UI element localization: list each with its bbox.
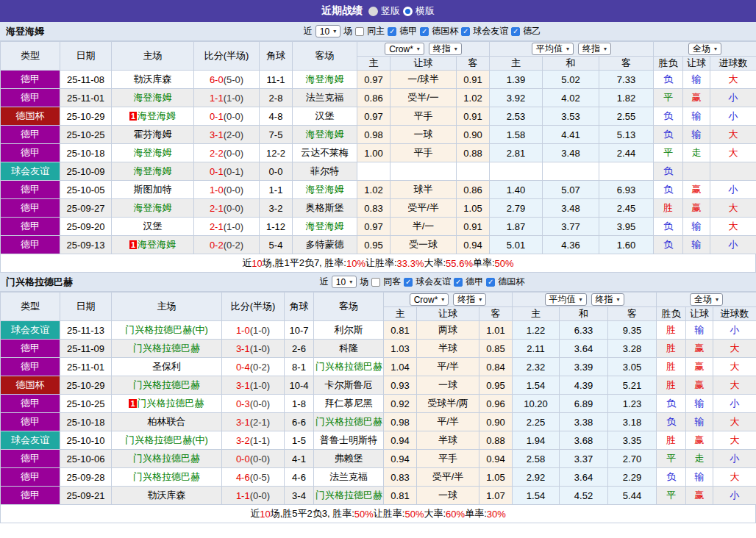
average-select-value: 平均值 xyxy=(536,43,563,55)
halftime-score: (1-0) xyxy=(250,380,270,391)
odds-home-cell: 0.83 xyxy=(357,199,391,218)
away-team-name: 海登海姆 xyxy=(306,129,344,140)
result-text: 胜 xyxy=(666,379,676,390)
home-team-cell: 柏林联合 xyxy=(112,413,222,431)
away-team-cell: 卡尔斯鲁厄 xyxy=(314,376,384,395)
subcolumn-header: 胜负 xyxy=(654,57,683,71)
home-team-cell: 1海登海姆 xyxy=(112,107,194,126)
odds-source-select[interactable]: Crow*▾ xyxy=(385,43,424,55)
score-cell: 0-0(0-0) xyxy=(222,450,285,468)
league-filter-checkbox[interactable]: ✓ xyxy=(454,278,463,287)
same-venue-checkbox[interactable] xyxy=(355,27,364,36)
league-badge: 德甲 xyxy=(1,395,60,413)
home-team-cell: 海登海姆 xyxy=(112,199,194,218)
date-cell: 25-11-01 xyxy=(60,358,112,376)
match-row: 德甲25-11-08勒沃库森6-0(5-0)11-1海登海姆0.97一/球半0.… xyxy=(1,71,756,89)
result-goals-cell: 大 xyxy=(713,431,756,450)
home-team-name: 门兴格拉德巴赫(中) xyxy=(125,434,208,445)
chevron-down-icon: ▾ xyxy=(417,46,420,52)
handicap-cell: 受平/半 xyxy=(417,468,479,487)
average-final-select[interactable]: 终指▾ xyxy=(591,293,624,306)
match-count-select[interactable]: 10▾ xyxy=(332,276,357,288)
away-team-cell: 门兴格拉德巴赫 xyxy=(314,413,384,431)
odds-away-cell: 0.88 xyxy=(457,144,490,162)
result-group-header: 全场▾ xyxy=(654,42,756,57)
result-text: 大 xyxy=(730,471,740,482)
away-team-name: 弗赖堡 xyxy=(335,453,363,464)
games-label: 场 xyxy=(343,25,352,37)
halftime-score: (1-0) xyxy=(250,343,270,354)
league-filter-checkbox[interactable]: ✓ xyxy=(404,278,413,287)
summary-stat-value: 33.3% xyxy=(397,258,424,269)
date-cell: 25-10-10 xyxy=(60,431,112,450)
vertical-layout-radio[interactable] xyxy=(368,7,378,16)
home-team-cell: 1海登海姆 xyxy=(112,236,194,254)
away-team-cell: 汉堡 xyxy=(293,107,357,126)
odds-home-cell: 0.97 xyxy=(357,218,391,236)
result-text: 赢 xyxy=(695,361,705,372)
league-filter-checkbox[interactable]: ✓ xyxy=(420,27,429,36)
result-handicap-cell: 赢 xyxy=(683,199,710,218)
league-filter-label: 德乙 xyxy=(523,25,541,37)
scope-select[interactable]: 全场▾ xyxy=(688,43,721,55)
result-text: 负 xyxy=(663,184,673,195)
away-team-cell: 法兰克福 xyxy=(314,468,384,487)
odds-final-select[interactable]: 终指▾ xyxy=(429,43,462,55)
date-cell: 25-10-06 xyxy=(60,450,112,468)
date-cell: 25-10-18 xyxy=(60,413,112,431)
league-filter-checkbox[interactable]: ✓ xyxy=(461,27,470,36)
avg-draw-cell: 3.77 xyxy=(543,218,599,236)
fulltime-score: 0-3 xyxy=(236,398,250,409)
league-filter-label: 德国杯 xyxy=(498,276,524,288)
handicap-cell: 一球 xyxy=(391,126,457,144)
result-text: 大 xyxy=(729,202,738,213)
horizontal-layout-radio[interactable] xyxy=(403,7,413,16)
result-text: 平 xyxy=(666,453,676,464)
odds-source-select[interactable]: Crow*▾ xyxy=(410,293,449,306)
league-badge: 德甲 xyxy=(1,358,60,376)
same-venue-checkbox[interactable] xyxy=(371,278,380,287)
average-final-select[interactable]: 终指▾ xyxy=(578,43,611,55)
handicap-cell: 一球 xyxy=(417,487,479,505)
result-winloss-cell: 负 xyxy=(654,126,683,144)
result-text: 大 xyxy=(729,73,738,85)
result-text: 输 xyxy=(692,220,702,232)
corner-cell: 5-4 xyxy=(260,236,293,254)
result-goals-cell: 大 xyxy=(713,413,756,431)
average-select[interactable]: 平均值▾ xyxy=(545,293,587,306)
score-cell: 3-1(1-0) xyxy=(222,340,285,358)
result-handicap-cell: 输 xyxy=(683,236,710,254)
subcolumn-header: 和 xyxy=(560,307,608,321)
league-filter-checkbox[interactable]: ✓ xyxy=(511,27,520,36)
match-row: 球会友谊25-10-10门兴格拉德巴赫(中)3-2(1-1)1-5普鲁士明斯特0… xyxy=(1,431,756,450)
subcolumn-header: 客 xyxy=(457,57,490,71)
average-group-header: 平均值▾终指▾ xyxy=(513,293,657,307)
home-team-name: 勒沃库森 xyxy=(134,73,172,85)
match-count-select[interactable]: 10▾ xyxy=(315,25,340,37)
scope-select[interactable]: 全场▾ xyxy=(690,293,723,306)
fulltime-score: 0-2 xyxy=(210,240,224,251)
result-text: 胜 xyxy=(666,361,676,372)
vertical-layout-label: 竖版 xyxy=(381,4,400,18)
result-goals-cell: 小 xyxy=(710,181,756,199)
avg-away-cell: 1.60 xyxy=(599,236,654,254)
result-text: 小 xyxy=(730,453,740,464)
away-team-cell: 海登海姆 xyxy=(293,218,357,236)
odds-away-cell: 1.02 xyxy=(457,89,490,107)
avg-away-cell: 2.45 xyxy=(599,199,654,218)
result-text: 赢 xyxy=(692,184,702,195)
away-team-name: 卡尔斯鲁厄 xyxy=(325,379,373,390)
league-filter-checkbox[interactable]: ✓ xyxy=(486,278,495,287)
average-select[interactable]: 平均值▾ xyxy=(532,43,574,55)
halftime-score: (0-2) xyxy=(250,362,270,373)
halftime-score: (2-1) xyxy=(250,417,270,428)
league-filter-checkbox[interactable]: ✓ xyxy=(388,27,396,36)
odds-final-select[interactable]: 终指▾ xyxy=(453,293,486,306)
league-badge: 德甲 xyxy=(1,236,60,254)
horizontal-layout-label: 横版 xyxy=(416,4,435,18)
match-row: 德甲25-11-01海登海姆1-1(1-0)2-8法兰克福0.86受半/一1.0… xyxy=(1,89,756,107)
avg-home-cell: 1.58 xyxy=(490,126,543,144)
result-text: 赢 xyxy=(692,92,702,103)
chevron-down-icon: ▾ xyxy=(454,46,457,52)
summary-bar: 近10场,胜5平2负3, 胜率:50% 让胜率:50% 大率:60% 单率:30… xyxy=(0,505,756,523)
